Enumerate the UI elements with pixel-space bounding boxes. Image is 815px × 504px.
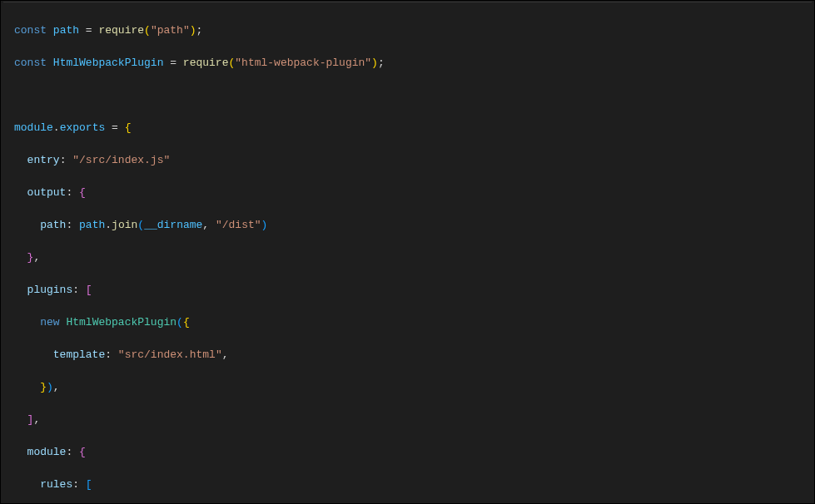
- code-line: }),: [14, 379, 814, 396]
- identifier: module: [14, 121, 53, 134]
- code-line: template: "src/index.html",: [14, 347, 814, 363]
- string: "/src/index.js": [72, 154, 170, 166]
- code-line: const path = require("path");: [14, 22, 814, 39]
- function-call: require: [183, 57, 229, 69]
- string: "path": [151, 24, 190, 37]
- property: entry: [27, 154, 60, 166]
- code-editor[interactable]: const path = require("path"); const Html…: [1, 1, 814, 504]
- property: rules: [40, 478, 72, 491]
- identifier: exports: [60, 121, 106, 134]
- keyword: const: [14, 57, 47, 69]
- string: "src/index.html": [118, 348, 222, 361]
- keyword: new: [40, 316, 59, 329]
- code-line: module: {: [14, 444, 814, 461]
- property: module: [27, 446, 67, 458]
- identifier: path: [53, 24, 79, 37]
- property: output: [27, 186, 67, 199]
- identifier: HtmlWebpackPlugin: [53, 57, 164, 69]
- code-line: entry: "/src/index.js": [14, 152, 814, 169]
- code-line: },: [14, 250, 814, 266]
- code-line: path: path.join(__dirname, "/dist"): [14, 217, 814, 234]
- identifier: path: [79, 219, 105, 231]
- identifier: __dirname: [144, 219, 202, 231]
- code-line: const HtmlWebpackPlugin = require("html-…: [14, 55, 814, 72]
- class-name: HtmlWebpackPlugin: [66, 316, 176, 329]
- code-line: plugins: [: [14, 282, 814, 299]
- property: template: [53, 348, 105, 361]
- property: path: [40, 219, 66, 231]
- code-line: new HtmlWebpackPlugin({: [14, 314, 814, 331]
- code-line: rules: [: [14, 477, 814, 493]
- code-line: [14, 87, 814, 104]
- property: plugins: [27, 284, 73, 296]
- code-line: ],: [14, 412, 814, 428]
- function-call: join: [112, 219, 137, 231]
- code-line: output: {: [14, 185, 814, 201]
- function-call: require: [98, 24, 144, 37]
- string: "html-webpack-plugin": [235, 57, 371, 69]
- string: "/dist": [216, 219, 261, 231]
- code-line: module.exports = {: [14, 120, 814, 136]
- keyword: const: [14, 24, 47, 37]
